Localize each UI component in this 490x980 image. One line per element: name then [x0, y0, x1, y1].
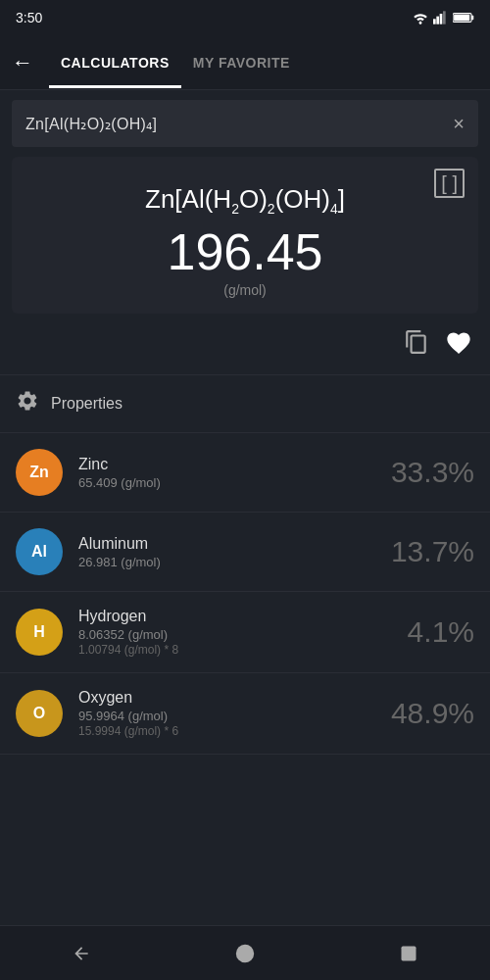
- element-detail: 1.00794 (g/mol) * 8: [78, 643, 408, 657]
- search-text: Zn[Al(H₂O)₂(OH)₄]: [25, 115, 453, 133]
- svg-rect-6: [454, 15, 469, 22]
- wifi-icon: [412, 11, 429, 24]
- svg-point-7: [236, 944, 254, 961]
- properties-label: Properties: [51, 395, 122, 413]
- element-info: Oxygen95.9964 (g/mol)15.9994 (g/mol) * 6: [78, 689, 391, 738]
- action-row: [0, 321, 490, 370]
- tab-calculators[interactable]: CALCULATORS: [49, 37, 181, 88]
- back-button[interactable]: ←: [12, 52, 33, 74]
- element-name: Hydrogen: [78, 608, 408, 625]
- tab-bar: ← CALCULATORS MY FAVORITE: [0, 35, 490, 90]
- element-detail: 15.9994 (g/mol) * 6: [78, 724, 391, 738]
- element-info: Zinc65.409 (g/mol): [78, 456, 391, 490]
- svg-rect-1: [436, 17, 439, 24]
- element-badge: Zn: [16, 449, 63, 496]
- element-badge: Al: [16, 528, 63, 575]
- formula-display: [ ] Zn[Al(H2O)2(OH)4] 196.45 (g/mol): [12, 157, 478, 314]
- element-mass: 95.9964 (g/mol): [78, 709, 391, 723]
- favorite-button[interactable]: [445, 329, 472, 363]
- element-badge: O: [16, 690, 63, 737]
- element-row: HHydrogen8.06352 (g/mol)1.00794 (g/mol) …: [0, 592, 490, 673]
- element-name: Oxygen: [78, 689, 391, 707]
- status-icons: [412, 11, 474, 24]
- tab-myfavorite[interactable]: MY FAVORITE: [181, 37, 302, 88]
- formula-mass: 196.45: [27, 224, 463, 280]
- element-percent: 48.9%: [391, 697, 474, 730]
- bottom-nav: [0, 925, 490, 980]
- bracket-button[interactable]: [ ]: [434, 169, 465, 198]
- elements-list: ZnZinc65.409 (g/mol)33.3%AlAluminum26.98…: [0, 433, 490, 755]
- svg-rect-3: [443, 11, 446, 24]
- element-badge: H: [16, 609, 63, 656]
- element-mass: 65.409 (g/mol): [78, 475, 391, 490]
- nav-recent-button[interactable]: [379, 934, 438, 973]
- element-info: Aluminum26.981 (g/mol): [78, 535, 391, 569]
- properties-header: Properties: [0, 374, 490, 433]
- heart-icon: [445, 329, 472, 357]
- element-mass: 26.981 (g/mol): [78, 555, 391, 569]
- element-percent: 13.7%: [391, 535, 474, 568]
- search-bar: Zn[Al(H₂O)₂(OH)₄] ×: [12, 100, 478, 147]
- element-percent: 4.1%: [408, 615, 474, 649]
- clear-button[interactable]: ×: [453, 113, 465, 135]
- copy-button[interactable]: [404, 329, 429, 363]
- formula-unit: (g/mol): [27, 282, 463, 298]
- element-name: Zinc: [78, 456, 391, 473]
- status-bar: 3:50: [0, 0, 490, 35]
- formula-text: Zn[Al(H2O)2(OH)4]: [27, 184, 463, 217]
- element-row: OOxygen95.9964 (g/mol)15.9994 (g/mol) * …: [0, 673, 490, 755]
- copy-icon: [404, 329, 429, 355]
- nav-home-button[interactable]: [216, 934, 274, 973]
- element-row: ZnZinc65.409 (g/mol)33.3%: [0, 433, 490, 513]
- svg-rect-2: [440, 14, 443, 24]
- svg-rect-0: [433, 19, 436, 24]
- nav-back-button[interactable]: [52, 934, 111, 973]
- svg-rect-5: [471, 16, 473, 20]
- element-info: Hydrogen8.06352 (g/mol)1.00794 (g/mol) *…: [78, 608, 408, 657]
- battery-icon: [453, 11, 474, 24]
- element-row: AlAluminum26.981 (g/mol)13.7%: [0, 513, 490, 592]
- svg-rect-8: [401, 946, 416, 960]
- signal-icon: [433, 11, 449, 24]
- element-name: Aluminum: [78, 535, 391, 553]
- element-percent: 33.3%: [391, 456, 474, 489]
- element-mass: 8.06352 (g/mol): [78, 627, 408, 642]
- gear-icon: [16, 389, 39, 418]
- status-time: 3:50: [16, 10, 42, 25]
